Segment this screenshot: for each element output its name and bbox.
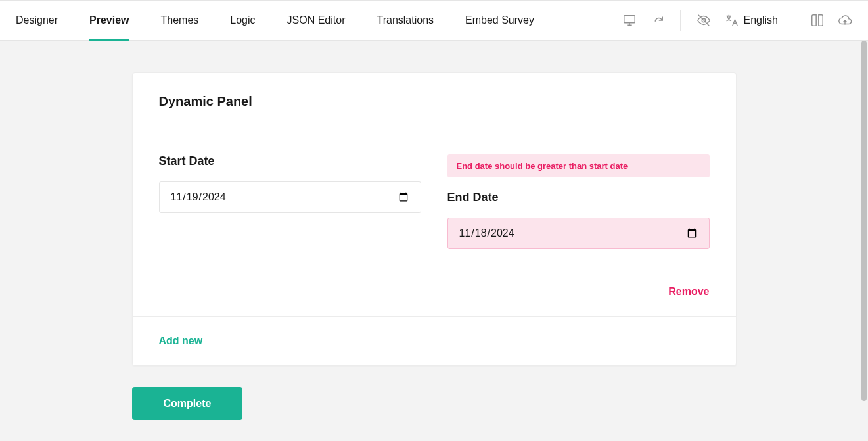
end-date-question: End date should be greater than start da… (447, 154, 710, 249)
tabs: Designer Preview Themes Logic JSON Edito… (16, 1, 622, 40)
tab-embed-survey[interactable]: Embed Survey (465, 1, 534, 40)
translate-icon (724, 13, 739, 28)
svg-rect-0 (624, 16, 635, 23)
device-preview-icon[interactable] (622, 13, 637, 28)
tab-translations[interactable]: Translations (377, 1, 434, 40)
redo-icon[interactable] (650, 13, 664, 28)
tab-themes[interactable]: Themes (161, 1, 199, 40)
language-label: English (744, 14, 778, 26)
visibility-off-icon[interactable] (697, 13, 711, 28)
remove-panel-button[interactable]: Remove (668, 286, 709, 298)
toolbar: English (622, 1, 852, 40)
end-date-input[interactable] (447, 218, 710, 249)
preview-area: Dynamic Panel Start Date End date should… (0, 41, 868, 441)
cloud-upload-icon[interactable] (838, 13, 852, 28)
scrollbar-thumb[interactable] (861, 41, 867, 401)
toolbar-divider (680, 10, 681, 31)
toolbar-divider (794, 10, 794, 31)
end-date-error: End date should be greater than start da… (447, 154, 710, 177)
start-date-question: Start Date (159, 154, 421, 249)
topbar: Designer Preview Themes Logic JSON Edito… (0, 0, 868, 41)
panel-title: Dynamic Panel (133, 73, 736, 128)
complete-row: Complete (132, 387, 737, 420)
panel-entry: Start Date End date should be greater th… (133, 128, 736, 316)
book-icon[interactable] (810, 13, 825, 28)
dynamic-panel-card: Dynamic Panel Start Date End date should… (132, 72, 737, 366)
tab-logic[interactable]: Logic (230, 1, 255, 40)
tab-json-editor[interactable]: JSON Editor (287, 1, 346, 40)
language-selector[interactable]: English (724, 13, 778, 28)
end-date-label: End Date (447, 191, 710, 204)
start-date-label: Start Date (159, 154, 421, 168)
scrollbar-track[interactable] (860, 41, 868, 441)
start-date-input[interactable] (159, 181, 421, 213)
panel-footer: Add new (133, 316, 736, 365)
complete-button[interactable]: Complete (132, 387, 243, 420)
tab-designer[interactable]: Designer (16, 1, 58, 40)
tab-preview[interactable]: Preview (89, 1, 129, 40)
add-panel-button[interactable]: Add new (159, 335, 203, 346)
